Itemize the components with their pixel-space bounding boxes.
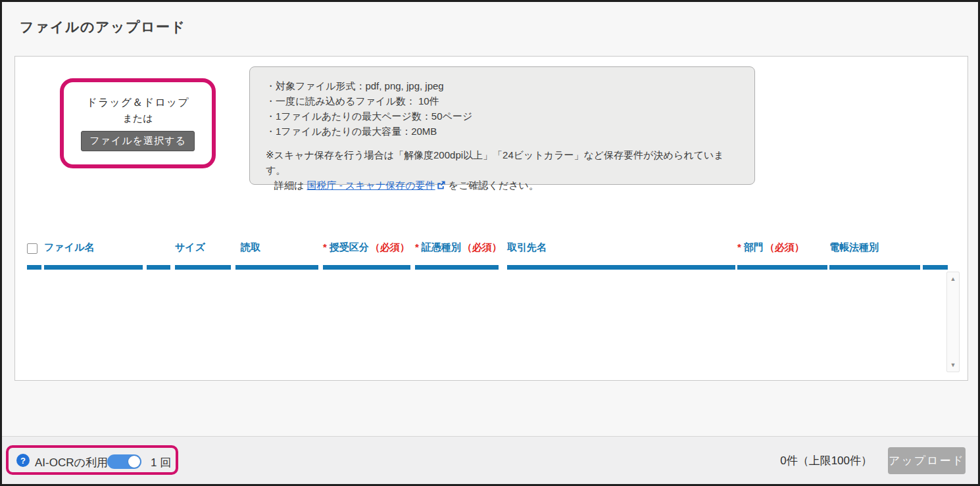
upload-rules-infobox: ・対象ファイル形式：pdf, png, jpg, jpeg ・一度に読み込めるフ… [249,66,755,185]
header-read: 読取 [235,237,318,270]
ai-ocr-toggle[interactable] [107,454,141,469]
scanner-note-detail: 詳細は 国税庁 - スキャナ保存の要件 をご確認ください。 [274,178,739,193]
header-spacer-2 [923,237,948,270]
scanner-note: ※スキャナ保存を行う場合は「解像度200dpi以上」「24ビットカラー」など保存… [266,147,739,178]
dropzone-or-label: または [122,112,153,125]
ai-ocr-label: AI-OCRの利用 [35,455,108,470]
scrollbar-up-icon[interactable]: ▲ [947,276,959,282]
table-scrollbar[interactable]: ▲ ▼ [946,272,960,372]
rule-max-pages: ・1ファイルあたりの最大ページ数：50ページ [266,109,739,124]
header-denchoho-type: 電帳法種別 [829,237,920,270]
rule-file-count: ・一度に読み込めるファイル数： 10件 [266,93,739,109]
file-count-status: 0件（上限100件） [780,453,872,468]
header-file-name: ファイル名 [44,237,143,270]
header-select-all [27,237,41,270]
external-link-icon [436,179,446,189]
required-badge: （必須） [370,241,410,253]
upload-screen: ファイルのアップロード ドラッグ＆ドロップ または ファイルを選択する ・対象フ… [0,0,980,486]
header-client-name: 取引先名 [507,237,735,270]
footer-right: 0件（上限100件） アップロード [780,447,966,474]
header-send-receive: *授受区分（必須） [323,237,410,270]
header-department: *部門（必須） [737,237,827,270]
rule-file-format: ・対象ファイル形式：pdf, png, jpg, jpeg [266,78,739,93]
upload-panel: ドラッグ＆ドロップ または ファイルを選択する ・対象ファイル形式：pdf, p… [14,56,968,381]
dropzone[interactable]: ドラッグ＆ドロップ または ファイルを選択する [60,78,216,168]
header-size: サイズ [175,237,231,270]
toggle-knob [128,456,140,468]
required-badge: （必須） [462,241,502,253]
required-marker: * [415,241,419,253]
select-file-button[interactable]: ファイルを選択する [81,131,194,151]
dropzone-label: ドラッグ＆ドロップ [87,96,189,110]
ai-ocr-count: 1 回 [151,455,171,470]
header-evidence-type: *証憑種別（必須） [415,237,499,270]
header-spacer-1 [147,237,170,270]
page-title: ファイルのアップロード [20,18,185,36]
detail-suffix: をご確認ください。 [446,180,539,191]
required-marker: * [323,241,327,253]
detail-prefix: 詳細は [274,180,307,191]
nta-scanner-requirements-link[interactable]: 国税庁 - スキャナ保存の要件 [307,180,435,191]
required-marker: * [737,241,741,253]
ai-ocr-help-icon[interactable]: ? [16,454,30,467]
rule-max-size: ・1ファイルあたりの最大容量：20MB [266,124,739,139]
select-all-checkbox[interactable] [27,243,37,254]
scrollbar-down-icon[interactable]: ▼ [947,362,959,368]
upload-button[interactable]: アップロード [888,447,966,474]
required-badge: （必須） [765,241,804,253]
